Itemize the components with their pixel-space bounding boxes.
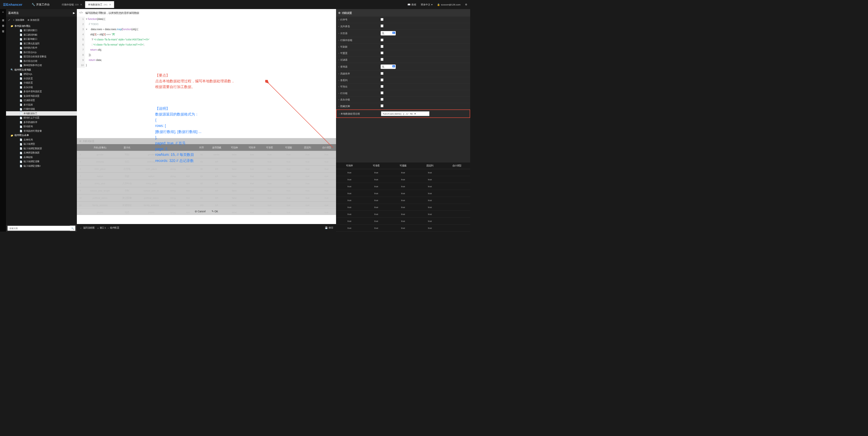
- checkbox-input[interactable]: [381, 105, 383, 107]
- tree-item[interactable]: 📄复杂查询器设置: [6, 94, 77, 98]
- checkbox-input[interactable]: [381, 38, 383, 41]
- tree-item[interactable]: 📄移动行上下位置: [6, 116, 77, 120]
- folder-events[interactable]: 📁事件及动作用法: [6, 24, 77, 28]
- tree-item[interactable]: 📄表单布局: [6, 138, 77, 142]
- tree-item[interactable]: 📄输入域类型: [6, 142, 77, 147]
- checkbox-input[interactable]: [381, 98, 383, 101]
- folder-form[interactable]: 📁组件用法-表单: [6, 133, 77, 138]
- tab-row-buttons[interactable]: 行操作按钮 235✕: [59, 1, 85, 8]
- checkbox-input[interactable]: [381, 25, 383, 27]
- table-row[interactable]: 5birthday生日birthdaystringtext60leftfalse…: [77, 158, 336, 165]
- table-cell: 11: [77, 204, 84, 207]
- collapse-icon[interactable]: «: [2, 10, 4, 14]
- tree-item[interactable]: 📄表头分组: [6, 85, 77, 90]
- table-row[interactable]: 9school_year_length学制school_year_lestrin…: [77, 187, 336, 194]
- tree-item[interactable]: 📄执行后台SQL: [6, 50, 77, 55]
- rail-page-mgmt[interactable]: 页面管理: [2, 17, 4, 19]
- table-row[interactable]: truetruetruetrue: [336, 176, 470, 183]
- table-row[interactable]: 8entry_year入学年份entry_yearstringtext60lef…: [77, 180, 336, 187]
- tree-item[interactable]: 📄输入域绑定数据源: [6, 146, 77, 151]
- tab-local-data[interactable]: 本地数据加工 241✕: [85, 1, 114, 8]
- setting-label: 过滤器: [340, 58, 347, 61]
- folder-query[interactable]: 🔍组件用法-查询器: [6, 67, 77, 72]
- language-select[interactable]: 简体中文 ▾: [421, 3, 433, 6]
- table-row[interactable]: truetruetruetrue: [336, 204, 470, 211]
- expand-icon[interactable]: ⤢: [8, 19, 10, 21]
- file-icon: 📄: [20, 51, 22, 54]
- tree-item[interactable]: 📄输入域绑定变量2: [6, 164, 77, 168]
- table-cell: left: [209, 175, 225, 178]
- close-icon[interactable]: ✕: [80, 3, 82, 6]
- add-page-button[interactable]: ⊕添加页面: [27, 19, 39, 21]
- add-menu-button[interactable]: +添加菜单: [13, 19, 24, 21]
- ok-button[interactable]: ✎ OK: [212, 209, 218, 213]
- table-row[interactable]: 10political_status政治面貌political_statusst…: [77, 194, 336, 201]
- breadcrumb[interactable]: ⌂窗口 1 → 组件配置: [97, 227, 119, 229]
- function-input[interactable]: function(data) { // TO ✕: [381, 112, 430, 116]
- tree-item[interactable]: 📄输入域绑定变量: [6, 159, 77, 164]
- save-button[interactable]: 💾保存: [325, 227, 333, 229]
- back-button[interactable]: ←返回流程图: [80, 227, 94, 229]
- tree-item[interactable]: 📄窗口弹出及返回: [6, 41, 77, 46]
- play-icon[interactable]: ▶: [73, 11, 75, 14]
- table-row[interactable]: 7nation民族nationstringtext60leftfalsetrue…: [77, 172, 336, 180]
- setting-label: 本地数据处理过程: [341, 112, 360, 115]
- table-row[interactable]: truetruetruetrue: [336, 225, 470, 232]
- code-editor[interactable]: ⚠ 12345678910 ▾ function(data) { // TODO…: [77, 17, 336, 224]
- table-row[interactable]: truetruetruetrue: [336, 190, 470, 197]
- rail-db-mgmt[interactable]: 数据库管理: [2, 22, 4, 25]
- tree-item[interactable]: 📄分页设置: [6, 76, 77, 81]
- tree-item[interactable]: 📄执行后台过程: [6, 59, 77, 63]
- table-cell: 出生地: [116, 168, 138, 171]
- select-input[interactable]: 无: [381, 64, 396, 69]
- tree-item[interactable]: 📄行操作按钮: [6, 107, 77, 112]
- tree-item[interactable]: 📄窗口跳转到帧: [6, 33, 77, 37]
- checkbox-input[interactable]: [381, 58, 383, 61]
- tree-item[interactable]: 📄查询器的可用变量: [6, 129, 77, 133]
- checkbox-input[interactable]: [381, 72, 383, 75]
- tree-item[interactable]: 📄联动查询: [6, 124, 77, 129]
- table-row[interactable]: truetruetruetrue: [336, 218, 470, 225]
- checkbox-input[interactable]: [381, 52, 383, 54]
- table-row[interactable]: truetruetruetrue: [336, 197, 470, 204]
- tree-item[interactable]: 📄多行选择: [6, 103, 77, 107]
- tree-item[interactable]: 📄过滤器设置: [6, 98, 77, 103]
- table-cell: false: [225, 190, 244, 192]
- user-menu[interactable]: 🔒soooon@126.com: [437, 3, 461, 6]
- close-icon[interactable]: ✕: [109, 3, 111, 6]
- setting-row: ▪本地数据处理过程function(data) { // TO ✕: [336, 110, 470, 118]
- tree-item[interactable]: 📄分组设置: [6, 81, 77, 85]
- search-input[interactable]: [7, 226, 70, 231]
- workbench-link[interactable]: 🔧开发工作台: [32, 3, 50, 6]
- tree-item[interactable]: 📄窗口跳转窗口: [6, 28, 77, 33]
- search-button[interactable]: 🔍: [70, 226, 75, 231]
- settings-button[interactable]: ⚙: [465, 3, 467, 6]
- table-row[interactable]: 6birth_place出生地birth_placestringtext60le…: [77, 165, 336, 172]
- tree-item[interactable]: 📄表单绑定数据源: [6, 151, 77, 155]
- tree-item[interactable]: 📄脚本控制事件过程: [6, 63, 77, 68]
- table-row[interactable]: truetruetruetrue: [336, 169, 470, 176]
- tree-item[interactable]: 📄表单校验: [6, 155, 77, 159]
- tree-item[interactable]: 📄动作执行条件: [6, 46, 77, 50]
- tutorial-link[interactable]: 📖教程: [407, 3, 416, 6]
- cancel-button[interactable]: ⊘ Cancel: [195, 209, 206, 213]
- select-input[interactable]: 无: [381, 31, 396, 36]
- tree-item[interactable]: 📄多条件查询器设置: [6, 90, 77, 94]
- tree-item[interactable]: 📄绑定SQL: [6, 72, 77, 77]
- checkbox-input[interactable]: [381, 79, 383, 81]
- checkbox-input[interactable]: [381, 85, 383, 88]
- tree-item[interactable]: 📄本地数据加工: [6, 111, 77, 116]
- table-row[interactable]: truetruetruetrue: [336, 211, 470, 218]
- table-cell: 60: [195, 182, 208, 185]
- checkbox-input[interactable]: [381, 18, 383, 21]
- rail-var-cfg[interactable]: 变量配置: [2, 28, 4, 30]
- checkbox-input[interactable]: [381, 92, 383, 94]
- tree-item[interactable]: 📄提交后台前改变变量值: [6, 55, 77, 59]
- checkbox-input[interactable]: [381, 45, 383, 48]
- tree-item[interactable]: 📄窗口影响窗口: [6, 37, 77, 41]
- table-row[interactable]: truetruetruetrue: [336, 183, 470, 190]
- table-cell: true: [336, 192, 363, 195]
- close-icon[interactable]: ✕: [414, 113, 416, 115]
- tree-item[interactable]: 📄多列高级排序: [6, 120, 77, 124]
- table-row[interactable]: 4gender性别genderstringtext60centerfalsetr…: [77, 151, 336, 158]
